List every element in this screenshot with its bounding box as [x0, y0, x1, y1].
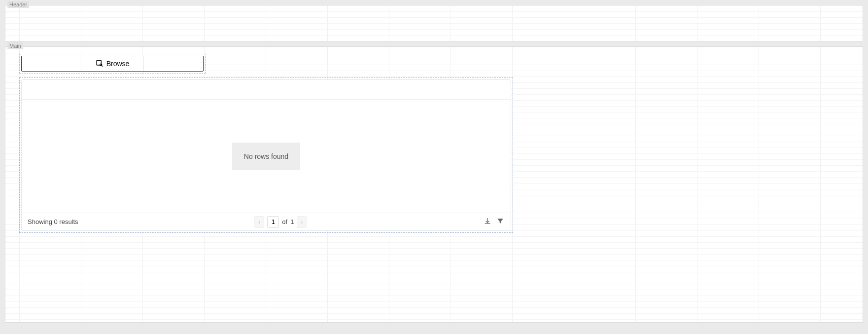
- next-page-button[interactable]: ›: [297, 216, 307, 228]
- table-header-row: [22, 80, 511, 100]
- chevron-right-icon: ›: [301, 219, 303, 225]
- results-count-label: Showing 0 results: [28, 218, 78, 225]
- page-number-input[interactable]: [267, 216, 279, 228]
- download-icon: [484, 217, 491, 226]
- chevron-left-icon: ‹: [258, 219, 260, 225]
- pagination: ‹ of 1 ›: [254, 216, 307, 228]
- browse-button[interactable]: Browse: [21, 56, 204, 72]
- table-component-selection[interactable]: No rows found Showing 0 results ‹ of 1 ›: [19, 77, 513, 233]
- page-of-label: of: [282, 218, 287, 225]
- prev-page-button[interactable]: ‹: [254, 216, 264, 228]
- main-canvas[interactable]: Browse No rows found Showing 0 results ‹: [5, 47, 863, 322]
- svg-rect-0: [97, 60, 101, 65]
- table-empty-state: No rows found: [232, 143, 300, 170]
- header-canvas[interactable]: [5, 5, 863, 41]
- browse-button-label: Browse: [106, 60, 130, 68]
- download-button[interactable]: [483, 218, 492, 226]
- page-total-label: 1: [290, 218, 294, 225]
- filter-icon: [496, 217, 504, 226]
- main-section: Main Browse No rows found: [5, 46, 863, 323]
- svg-line-2: [102, 65, 103, 66]
- main-section-tag: Main: [7, 42, 23, 49]
- table-footer: Showing 0 results ‹ of 1 ›: [22, 213, 511, 230]
- header-section-tag: Header: [7, 1, 29, 8]
- browse-component-selection[interactable]: Browse: [19, 54, 206, 74]
- results-table: No rows found Showing 0 results ‹ of 1 ›: [21, 79, 511, 231]
- browse-icon: [96, 59, 104, 69]
- table-body: No rows found: [22, 100, 511, 213]
- filter-button[interactable]: [496, 218, 505, 226]
- header-section: Header: [5, 5, 863, 41]
